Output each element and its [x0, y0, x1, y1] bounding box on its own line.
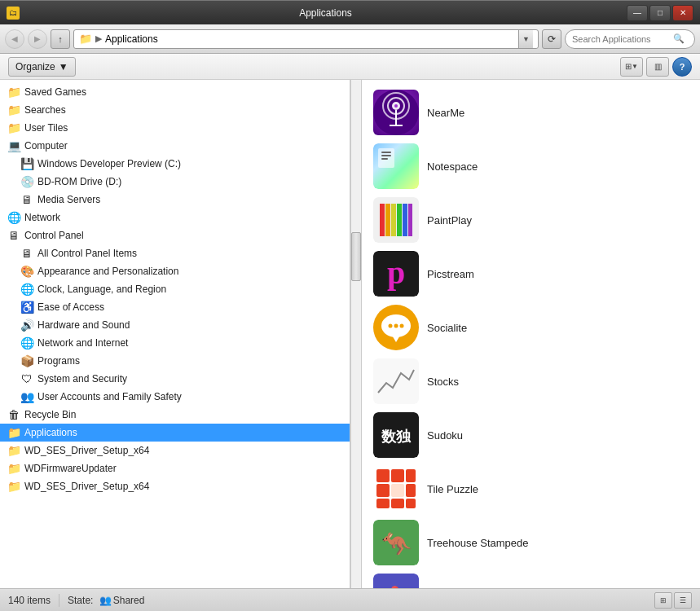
folder-icon: 📁: [79, 33, 92, 45]
forward-button[interactable]: ▶: [28, 29, 47, 49]
app-icon-nearme: [373, 90, 419, 135]
tree-icon-applications: 📁: [7, 425, 21, 440]
window-controls: — □ ✕: [627, 5, 693, 21]
tree-item-network[interactable]: 🌐Network: [0, 209, 350, 226]
back-button[interactable]: ◀: [5, 29, 24, 49]
organize-button[interactable]: Organize ▼: [8, 57, 76, 77]
tree-icon-saved-games: 📁: [7, 85, 21, 99]
tree-item-hardware-sound[interactable]: 🔊Hardware and Sound: [0, 316, 350, 334]
tree-label-computer: Computer: [24, 140, 68, 152]
tree-item-system-security[interactable]: 🛡System and Security: [0, 370, 350, 388]
tree-item-all-control[interactable]: 🖥All Control Panel Items: [0, 244, 350, 262]
tree-item-recycle-bin[interactable]: 🗑Recycle Bin: [0, 406, 350, 424]
svg-rect-31: [376, 469, 390, 482]
app-name-sudoku: Sudoku: [427, 429, 463, 442]
app-item-tilepuzzle[interactable]: Tile Puzzle: [368, 463, 693, 515]
app-item-picstream[interactable]: p Picstream: [368, 248, 693, 300]
tree-item-computer[interactable]: 💻Computer: [0, 137, 350, 155]
search-input[interactable]: [572, 34, 670, 44]
tree-item-wd-ses-setup2[interactable]: 📁WD_SES_Driver_Setup_x64: [0, 477, 350, 495]
svg-rect-33: [406, 469, 416, 482]
tree-label-ease-access: Ease of Access: [37, 301, 104, 313]
status-divider: [59, 594, 59, 607]
tree-item-media-servers[interactable]: 🖥Media Servers: [0, 191, 350, 209]
app-name-picstream: Picstream: [427, 268, 474, 280]
app-item-nearme[interactable]: NearMe: [368, 86, 693, 138]
app-name-tilepuzzle: Tile Puzzle: [427, 483, 478, 495]
svg-rect-13: [380, 204, 385, 236]
tree-item-bdrom[interactable]: 💿BD-ROM Drive (D:): [0, 173, 350, 191]
tree-icon-all-control: 🖥: [20, 246, 34, 261]
title-bar: 🗂 Applications — □ ✕: [0, 0, 700, 24]
svg-point-26: [400, 324, 404, 328]
tree-label-applications: Applications: [24, 427, 77, 438]
tree-icon-ease-access: ♿: [20, 300, 34, 314]
search-box[interactable]: 🔍: [565, 29, 695, 49]
left-panel: 📁Saved Games📁Searches📁User Tiles💻Compute…: [0, 80, 350, 588]
tree-icon-searches: 📁: [7, 103, 21, 117]
tree-item-windows-dev[interactable]: 💾Windows Developer Preview (C:): [0, 155, 350, 173]
items-count: 140 items: [8, 595, 51, 606]
tree-item-appearance[interactable]: 🎨Appearance and Personalization: [0, 262, 350, 280]
address-dropdown[interactable]: ▼: [518, 30, 533, 48]
app-item-sudoku[interactable]: 数独 Sudoku: [368, 409, 693, 461]
refresh-button[interactable]: ⟳: [542, 29, 561, 49]
tree-item-control-panel[interactable]: 🖥Control Panel: [0, 226, 350, 244]
list-view-button[interactable]: ☰: [674, 592, 692, 609]
app-item-socialite[interactable]: Socialite: [368, 301, 693, 354]
svg-rect-16: [397, 204, 402, 236]
tree-item-user-tiles[interactable]: 📁User Tiles: [0, 119, 350, 137]
tree-label-wd-firmware: WDFirmwareUpdater: [24, 463, 117, 474]
tree-label-searches: Searches: [24, 104, 66, 116]
tree-icon-user-accounts: 👥: [20, 389, 34, 404]
svg-text:🦘: 🦘: [381, 530, 412, 559]
tree-item-user-accounts[interactable]: 👥User Accounts and Family Safety: [0, 388, 350, 406]
view-button[interactable]: ⊞▼: [620, 57, 643, 77]
tree-item-network-internet[interactable]: 🌐Network and Internet: [0, 334, 350, 352]
svg-rect-39: [406, 499, 416, 508]
app-item-tuberider[interactable]: 🏂 Tube Rider: [368, 570, 693, 588]
up-button[interactable]: ↑: [51, 29, 70, 49]
tree-item-wd-ses-setup[interactable]: 📁WD_SES_Driver_Setup_x64: [0, 442, 350, 459]
status-bar: 140 items State: 👥 Shared ⊞ ☰: [0, 588, 700, 611]
app-name-treehouse: Treehouse Stampede: [427, 537, 529, 549]
tree-label-user-accounts: User Accounts and Family Safety: [37, 391, 182, 402]
large-icon-view-button[interactable]: ⊞: [654, 592, 672, 609]
close-button[interactable]: ✕: [672, 5, 693, 21]
tree-icon-programs: 📦: [20, 354, 34, 368]
svg-text:p: p: [387, 254, 405, 291]
maximize-button[interactable]: □: [649, 5, 671, 21]
app-name-socialite: Socialite: [427, 322, 467, 334]
search-icon: 🔍: [673, 33, 685, 44]
tree-label-hardware-sound: Hardware and Sound: [37, 319, 130, 331]
app-item-treehouse[interactable]: 🦘 Treehouse Stampede: [368, 516, 693, 569]
app-item-stocks[interactable]: Stocks: [368, 355, 693, 407]
app-item-notespace[interactable]: Notespace: [368, 140, 693, 192]
tree-item-clock-lang[interactable]: 🌐Clock, Language, and Region: [0, 280, 350, 298]
tree-icon-windows-dev: 💾: [20, 156, 34, 171]
tree-label-bdrom: BD-ROM Drive (D:): [37, 176, 121, 187]
tree-label-recycle-bin: Recycle Bin: [24, 409, 76, 420]
window-title: Applications: [24, 7, 627, 19]
tree-icon-appearance: 🎨: [20, 264, 34, 279]
minimize-button[interactable]: —: [627, 5, 648, 21]
app-icon-treehouse: 🦘: [373, 520, 419, 565]
app-name-paintplay: PaintPlay: [427, 214, 472, 226]
tree-item-saved-games[interactable]: 📁Saved Games: [0, 83, 350, 101]
svg-rect-9: [381, 152, 391, 153]
tree-icon-bdrom: 💿: [20, 174, 34, 189]
app-item-paintplay[interactable]: PaintPlay: [368, 194, 693, 246]
tree-label-appearance: Appearance and Personalization: [37, 266, 178, 277]
help-button[interactable]: ?: [672, 57, 692, 77]
panel-button[interactable]: ▥: [646, 57, 669, 77]
tree-item-ease-access[interactable]: ♿Ease of Access: [0, 298, 350, 316]
svg-text:🏂: 🏂: [382, 585, 411, 588]
tree-label-media-servers: Media Servers: [37, 194, 100, 205]
tree-item-searches[interactable]: 📁Searches: [0, 101, 350, 119]
tree-item-applications[interactable]: 📁Applications: [0, 424, 350, 442]
app-name-stocks: Stocks: [427, 376, 459, 388]
tree-item-programs[interactable]: 📦Programs: [0, 352, 350, 370]
tree-item-wd-firmware[interactable]: 📁WDFirmwareUpdater: [0, 459, 350, 477]
scrollbar-thumb[interactable]: [351, 232, 361, 281]
address-bar[interactable]: 📁 ▶ Applications ▼: [73, 29, 539, 49]
